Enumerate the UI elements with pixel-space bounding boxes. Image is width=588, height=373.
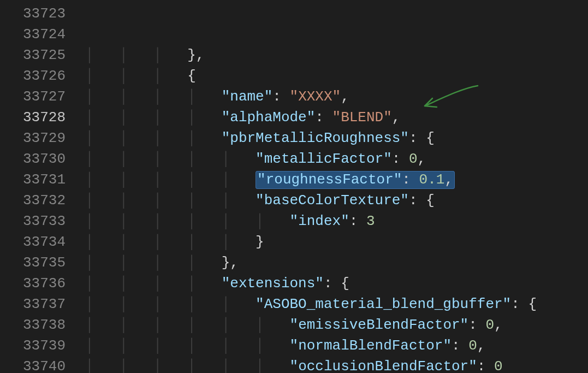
token-col: : <box>402 171 419 188</box>
code-line[interactable]: │ │ │ { <box>85 66 588 86</box>
code-line[interactable]: │ │ │ │ │ } <box>85 232 588 252</box>
line-number: 33732 <box>0 190 66 211</box>
line-number: 33738 <box>0 315 66 335</box>
token-key: "extensions" <box>222 275 324 292</box>
token-col: : <box>468 317 485 333</box>
code-line[interactable]: │ │ │ │ "alphaMode": "BLEND", <box>85 107 588 128</box>
code-line[interactable]: │ │ │ │ "pbrMetallicRoughness": { <box>85 128 588 149</box>
line-number-gutter: 3372233723337243372533726337273372833729… <box>0 0 72 373</box>
code-area[interactable]: │ │ │ },│ │ │ {│ │ │ │ "name": "XXXX",│ … <box>85 0 588 373</box>
token-col: : <box>324 275 341 292</box>
token-punc: , <box>494 317 503 333</box>
code-line[interactable]: │ │ │ │ │ │ "emissiveBlendFactor": 0, <box>85 315 588 335</box>
token-col: : <box>392 151 409 167</box>
token-key: "normalBlendFactor" <box>290 338 452 354</box>
code-line[interactable]: │ │ │ │ }, <box>85 252 588 273</box>
line-number: 33725 <box>0 45 66 66</box>
token-punc: } <box>256 234 264 250</box>
token-num: 0 <box>409 151 418 167</box>
token-num: 0 <box>494 358 503 373</box>
line-number: 33734 <box>0 232 66 252</box>
line-number: 33736 <box>0 273 66 294</box>
token-col: : <box>349 213 366 229</box>
token-str: "XXXX" <box>290 88 341 105</box>
token-col: : <box>409 130 426 146</box>
token-col: : <box>511 296 528 312</box>
token-key: "index" <box>290 213 349 229</box>
line-number: 33733 <box>0 211 66 232</box>
code-line[interactable]: │ │ │ │ │ "roughnessFactor": 0.1, <box>85 169 588 190</box>
token-key: "ASOBO_material_blend_gbuffer" <box>256 296 511 312</box>
token-punc: , <box>392 109 401 126</box>
token-num: 3 <box>366 213 375 229</box>
token-col: : <box>477 358 494 373</box>
code-editor[interactable]: 3372233723337243372533726337273372833729… <box>0 0 588 373</box>
code-line[interactable]: │ │ │ │ "extensions": { <box>85 273 588 294</box>
token-punc: { <box>426 130 435 146</box>
token-punc: { <box>426 192 435 209</box>
token-key: "occlusionBlendFactor" <box>290 358 477 373</box>
code-line[interactable]: │ │ │ │ │ │ "occlusionBlendFactor": 0 <box>85 356 588 373</box>
token-num: 0 <box>485 317 494 333</box>
line-number: 33726 <box>0 66 66 86</box>
code-line[interactable]: │ │ │ │ │ "baseColorTexture": { <box>85 190 588 211</box>
token-key: "alphaMode" <box>222 109 316 126</box>
token-key: "metallicFactor" <box>256 151 392 167</box>
token-punc: }, <box>222 254 239 271</box>
token-punc: , <box>444 171 453 188</box>
token-col: : <box>452 338 468 354</box>
token-num: 0 <box>468 338 477 354</box>
token-punc: { <box>341 275 349 292</box>
token-punc: , <box>477 338 486 354</box>
token-key: "baseColorTexture" <box>256 192 409 209</box>
code-line[interactable]: │ │ │ │ │ │ "index": 3 <box>85 211 588 232</box>
token-col: : <box>409 192 426 209</box>
line-number: 33730 <box>0 149 66 169</box>
selection-highlight: "roughnessFactor": 0.1, <box>256 171 455 189</box>
code-line[interactable]: │ │ │ }, <box>85 45 588 66</box>
token-punc: { <box>528 296 537 312</box>
token-col: : <box>272 88 289 105</box>
token-punc: }, <box>187 47 204 63</box>
token-key: "emissiveBlendFactor" <box>290 317 469 333</box>
code-line[interactable]: │ │ │ │ │ │ "normalBlendFactor": 0, <box>85 335 588 356</box>
token-num: 0.1 <box>419 171 445 188</box>
line-number: 33727 <box>0 86 66 107</box>
token-key: "name" <box>222 88 273 105</box>
code-line[interactable]: │ │ │ │ │ "metallicFactor": 0, <box>85 149 588 169</box>
line-number: 33740 <box>0 356 66 373</box>
line-number: 33737 <box>0 294 66 315</box>
code-line[interactable]: │ │ │ │ │ "ASOBO_material_blend_gbuffer"… <box>85 294 588 315</box>
line-number: 33724 <box>0 24 66 45</box>
line-number: 33731 <box>0 169 66 190</box>
token-col: : <box>315 109 332 126</box>
token-key: "pbrMetallicRoughness" <box>222 130 409 146</box>
token-punc: , <box>418 151 426 167</box>
line-number: 33723 <box>0 3 66 24</box>
token-punc: { <box>187 68 196 84</box>
token-punc: , <box>341 88 349 105</box>
token-str: "BLEND" <box>332 109 392 126</box>
line-number: 33735 <box>0 252 66 273</box>
line-number: 33729 <box>0 128 66 149</box>
line-number: 33728 <box>0 107 66 128</box>
token-key: "roughnessFactor" <box>257 171 402 188</box>
code-line[interactable]: │ │ │ │ "name": "XXXX", <box>85 86 588 107</box>
fold-column <box>72 0 85 373</box>
line-number: 33739 <box>0 335 66 356</box>
